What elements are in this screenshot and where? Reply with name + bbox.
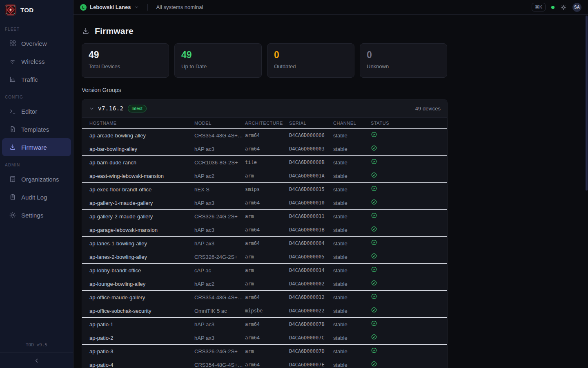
model-cell: hAP ax3 xyxy=(194,335,245,341)
serial-cell: D4CA6D000012 xyxy=(289,294,333,300)
channel-cell: stable xyxy=(333,362,371,368)
status-cell xyxy=(371,293,447,301)
logo-row[interactable]: TOD xyxy=(0,0,73,20)
check-circle-icon xyxy=(371,307,377,313)
table-row[interactable]: ap-east-wing-lebowski-mansionhAP ac2armD… xyxy=(82,169,447,183)
sidebar-item-traffic[interactable]: Traffic xyxy=(2,70,71,88)
sidebar-item-overview[interactable]: Overview xyxy=(2,34,71,52)
status-cell xyxy=(371,320,447,328)
sidebar-item-templates[interactable]: Templates xyxy=(2,120,71,138)
table-row[interactable]: ap-lounge-bowling-alleyhAP ac2armD4CA6D0… xyxy=(82,277,447,291)
sidebar-item-editor[interactable]: Editor xyxy=(2,102,71,120)
serial-cell: D4CA6D000014 xyxy=(289,267,333,273)
table-row[interactable]: ap-office-sobchak-securityOmniTIK 5 acmi… xyxy=(82,304,447,318)
channel-cell: stable xyxy=(333,281,371,287)
column-header-status: STATUS xyxy=(371,121,447,126)
sidebar-item-audit-log[interactable]: Audit Log xyxy=(2,188,71,206)
column-header-channel: CHANNEL xyxy=(333,121,371,126)
download-icon xyxy=(82,27,90,35)
hostname-cell: ap-garage-lebowski-mansion xyxy=(89,227,194,233)
wifi-icon xyxy=(9,58,16,65)
sidebar-collapse-button[interactable] xyxy=(0,352,73,368)
channel-cell: stable xyxy=(333,173,371,179)
table-row[interactable]: ap-arcade-bowling-alleyCRS354-48G-4S+…ar… xyxy=(82,129,447,142)
table-row[interactable]: ap-gallery-2-maude-galleryCRS326-24G-2S+… xyxy=(82,210,447,223)
chart-icon xyxy=(9,76,16,83)
check-circle-icon xyxy=(371,172,377,178)
latest-badge: latest xyxy=(128,105,147,112)
status-cell xyxy=(371,334,447,342)
stat-label: Outdated xyxy=(274,63,347,70)
architecture-cell: arm64 xyxy=(245,146,289,152)
check-circle-icon xyxy=(371,199,377,205)
model-cell: CCR1036-8G-2S+ xyxy=(194,159,245,166)
architecture-cell: arm64 xyxy=(245,362,289,368)
file-icon xyxy=(9,126,16,133)
sidebar-item-label: Settings xyxy=(21,212,43,219)
model-cell: cAP ac xyxy=(194,267,245,274)
sidebar-item-firmware[interactable]: Firmware xyxy=(2,138,71,156)
section-label: ADMIN xyxy=(0,161,73,170)
org-switcher[interactable]: L Lebowski Lanes xyxy=(80,4,139,11)
hostname-cell: ap-gallery-2-maude-gallery xyxy=(89,213,194,220)
check-circle-icon xyxy=(371,266,377,273)
check-circle-icon xyxy=(371,212,377,219)
table-row[interactable]: ap-patio-2hAP ax3arm64D4CA6D00007Cstable xyxy=(82,331,447,345)
channel-cell: stable xyxy=(333,146,371,152)
table-row[interactable]: ap-patio-1hAP ac3arm64D4CA6D00007Bstable xyxy=(82,318,447,331)
version-group-header[interactable]: v7.16.2 latest 49 devices xyxy=(82,99,447,117)
theme-toggle-sun-icon[interactable] xyxy=(560,4,567,11)
table-row[interactable]: ap-lobby-brandt-officecAP acarmD4CA6D000… xyxy=(82,264,447,277)
stat-card-outdated: 0Outdated xyxy=(267,43,354,78)
architecture-cell: arm xyxy=(245,267,289,273)
table-row[interactable]: ap-patio-4CRS354-48G-4S+…arm64D4CA6D0000… xyxy=(82,358,447,368)
sidebar-section-admin: ADMINOrganizationsAudit LogSettings xyxy=(0,161,73,224)
model-cell: hAP ac2 xyxy=(194,281,245,287)
check-circle-icon xyxy=(371,226,377,232)
table-row[interactable]: ap-barn-dude-ranchCCR1036-8G-2S+tileD4CA… xyxy=(82,156,447,169)
scrollbar-track[interactable] xyxy=(585,15,588,368)
user-avatar[interactable]: SA xyxy=(572,3,581,12)
check-circle-icon xyxy=(371,347,377,354)
sidebar-item-settings[interactable]: Settings xyxy=(2,206,71,224)
stat-value: 49 xyxy=(89,50,162,60)
command-palette-shortcut[interactable]: ⌘K xyxy=(532,3,546,11)
table-row[interactable]: ap-gallery-1-maude-galleryhAP ax3arm64D4… xyxy=(82,196,447,210)
version-groups-label: Version Groups xyxy=(82,87,448,93)
sidebar-section-config: CONFIGEditorTemplatesFirmware xyxy=(0,93,73,156)
table-body: ap-arcade-bowling-alleyCRS354-48G-4S+…ar… xyxy=(82,129,447,368)
serial-cell: D4CA6D000015 xyxy=(289,186,333,192)
gear-icon xyxy=(9,211,16,219)
table-row[interactable]: ap-bar-bowling-alleyhAP ac3arm64D4CA6D00… xyxy=(82,142,447,156)
channel-cell: stable xyxy=(333,321,371,328)
hostname-cell: ap-lobby-brandt-office xyxy=(89,267,194,274)
channel-cell: stable xyxy=(333,159,371,166)
table-row[interactable]: ap-office-maude-galleryCRS354-48G-4S+…ar… xyxy=(82,291,447,304)
stats-row: 49Total Devices49Up to Date0Outdated0Unk… xyxy=(82,43,448,78)
sidebar-item-label: Traffic xyxy=(21,76,38,83)
hostname-cell: ap-arcade-bowling-alley xyxy=(89,132,194,139)
channel-cell: stable xyxy=(333,254,371,260)
model-cell: hAP ax3 xyxy=(194,200,245,206)
check-circle-icon xyxy=(371,145,377,151)
table-row[interactable]: ap-garage-lebowski-mansionhAP ac3arm64D4… xyxy=(82,223,447,237)
app-logo-icon xyxy=(5,4,16,16)
table-row[interactable]: ap-lanes-2-bowling-alleyCRS326-24G-2S+ar… xyxy=(82,250,447,264)
table-row[interactable]: ap-patio-3CRS326-24G-2S+armD4CA6D00007Ds… xyxy=(82,345,447,358)
architecture-cell: arm xyxy=(245,281,289,287)
scrollbar-thumb[interactable] xyxy=(586,16,588,191)
architecture-cell: arm xyxy=(245,213,289,219)
topbar-right: ⌘K SA xyxy=(532,3,581,12)
health-status-dot xyxy=(551,6,555,9)
channel-cell: stable xyxy=(333,308,371,314)
architecture-cell: arm64 xyxy=(245,321,289,327)
table-row[interactable]: ap-exec-floor-brandt-officehEX SsmipsD4C… xyxy=(82,183,447,196)
sidebar: TOD FLEETOverviewWirelessTrafficCONFIGEd… xyxy=(0,0,74,368)
sidebar-item-organizations[interactable]: Organizations xyxy=(2,170,71,188)
column-header-model: MODEL xyxy=(194,121,245,126)
serial-cell: D4CA6D000010 xyxy=(289,200,333,206)
sidebar-item-wireless[interactable]: Wireless xyxy=(2,52,71,70)
serial-cell: D4CA6D000002 xyxy=(289,281,333,287)
check-circle-icon xyxy=(371,361,377,367)
table-row[interactable]: ap-lanes-1-bowling-alleyhAP ax3arm64D4CA… xyxy=(82,237,447,250)
